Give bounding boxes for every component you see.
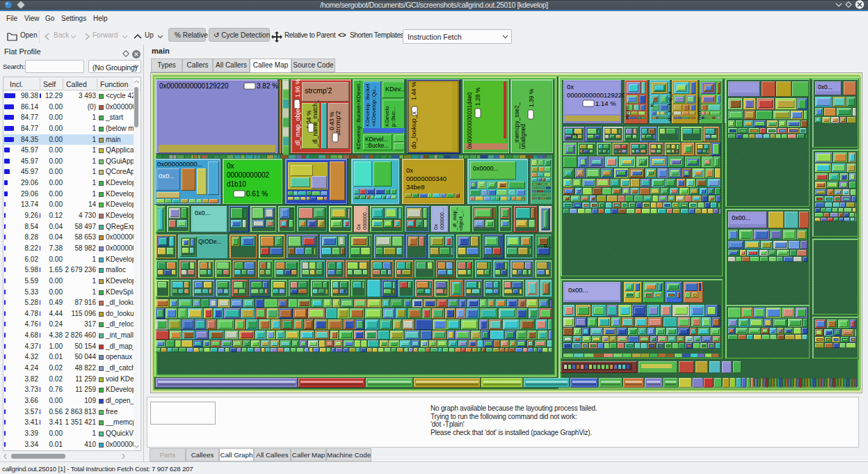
svg-text:_dl_map_: _dl_map_ [451,207,458,231]
svg-text:0x000000000...: 0x000000000... [157,160,203,168]
svg-text:0x000000000031d4e0: 0x000000000031d4e0 [467,92,473,149]
svg-text:KDev...: KDev... [385,86,405,93]
svg-text:KDevelo: KDevelo [384,106,390,127]
svg-text:strcm...: strcm... [624,102,630,120]
svg-text:0x0...: 0x0... [818,84,833,90]
svg-text:0x0000...: 0x0000... [473,165,499,172]
svg-text:0.61 %: 0.61 % [246,190,268,198]
svg-text:::Bucke...: ::Bucke... [365,143,389,149]
svg-text:0x: 0x [406,166,413,174]
svg-text:0x0...: 0x0... [195,210,210,216]
svg-text:strcmp'2: strcmp'2 [305,86,332,95]
svg-text:K...: K... [649,99,655,107]
svg-text:0x: 0x [355,224,362,230]
svg-text:__m...: __m... [565,132,581,138]
svg-text:object_...: object_... [458,210,464,230]
svg-text:0x: 0x [227,162,234,170]
svg-text:p::Buc...: p::Buc... [390,106,396,127]
svg-text:0x0000000000129220: 0x0000000000129220 [159,82,229,90]
svg-text:3.82 %: 3.82 % [257,82,278,90]
svg-text:do_lookup_x: do_lookup_x [666,91,673,121]
svg-text:1.28 %: 1.28 % [474,87,481,106]
svg-text:1.14 %: 1.14 % [595,100,616,107]
svg-text:00000000002: 00000000002 [227,171,270,179]
svg-text:1.39 %: 1.39 % [528,88,535,107]
svg-text:KDevelop::Bucket: KDevelop::Bucket [364,83,371,127]
svg-text:KDevelop::Bucket<KDevel...: KDevelop::Bucket<KDevel... [355,79,362,150]
svg-text:KDevel...: KDevel... [365,136,388,143]
svg-text:1.44 %: 1.44 % [410,81,417,100]
svg-text:do_lookup_x: do_lookup_x [410,111,417,149]
svg-text:0x0...: 0x0... [159,172,175,180]
svg-text:0x00...: 0x00... [568,286,588,294]
svg-text:0...: 0... [544,243,552,249]
svg-text:0000000000129220: 0000000000129220 [567,91,626,99]
svg-text:0.43 %: 0.43 % [328,111,335,130]
svg-text:0x: 0x [433,224,439,230]
svg-text:00000000340: 00000000340 [406,175,447,182]
svg-text:QIODe...: QIODe... [198,238,222,245]
svg-text:0x000000...: 0x000000... [696,93,702,120]
svg-text:34be8: 34be8 [406,183,424,191]
svg-text:unaligned: unaligned [520,124,527,149]
svg-text:000000...: 000000... [439,208,445,230]
svg-text:d1b10: d1b10 [227,180,246,188]
svg-text:0x00...: 0x00... [732,214,750,221]
svg-text:0x: 0x [567,83,574,90]
svg-text:1.96 %: 1.96 % [294,79,301,97]
svg-text:<KDevelop::Qu...: <KDevelop::Qu... [371,85,377,127]
svg-text:_dl_map_object: _dl_map_object [294,104,301,150]
svg-text:000000...: 000000... [362,208,368,230]
